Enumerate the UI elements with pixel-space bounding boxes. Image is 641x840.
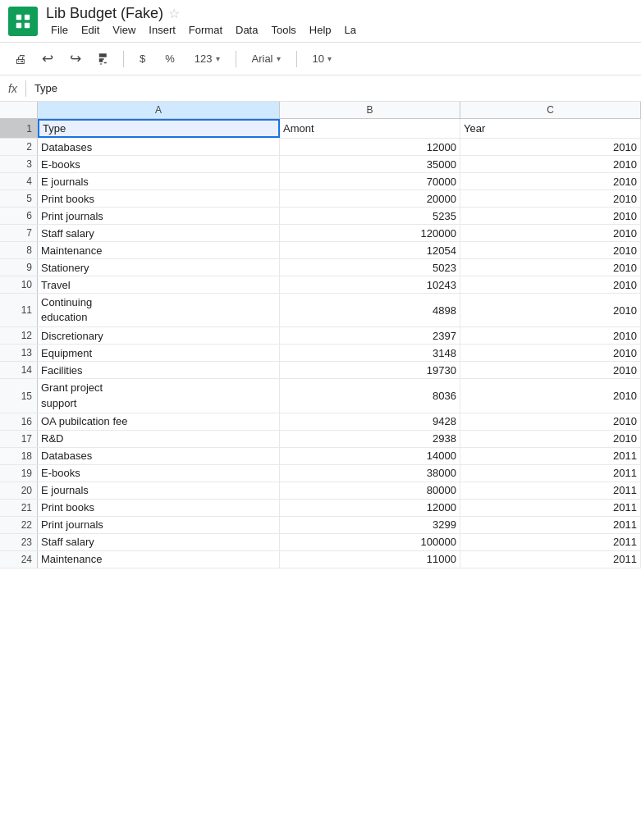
col-header-a[interactable]: A [38,102,280,118]
table-row[interactable]: 21Print books120002011 [0,500,641,517]
font-dropdown[interactable]: Arial ▾ [245,50,288,67]
cell-amount[interactable]: 70000 [280,173,460,189]
cell-type[interactable]: Discretionary [38,327,280,344]
cell-year[interactable]: 2010 [460,327,641,344]
table-row[interactable]: 24Maintenance110002011 [0,551,641,568]
cell-amount[interactable]: Amont [280,119,460,138]
cell-amount[interactable]: 2397 [280,327,460,344]
table-row[interactable]: 9Stationery50232010 [0,259,641,276]
cell-year[interactable]: 2010 [460,413,641,430]
table-row[interactable]: 16OA pubilcation fee94282010 [0,413,641,431]
table-row[interactable]: 18Databases140002011 [0,448,641,465]
table-row[interactable]: 13Equipment31482010 [0,345,641,362]
menu-la[interactable]: La [340,22,361,38]
cell-year[interactable]: 2010 [460,242,641,258]
cell-amount[interactable]: 19730 [280,362,460,378]
cell-year[interactable]: 2011 [460,551,641,568]
table-row[interactable]: 14Facilities197302010 [0,362,641,379]
cell-year[interactable]: 2010 [460,294,641,326]
cell-type[interactable]: Staff salary [38,225,280,241]
cell-type[interactable]: Maintenance [38,551,280,568]
cell-type[interactable]: Grant projectsupport [38,379,280,412]
cell-type[interactable]: R&D [38,431,280,447]
menu-file[interactable]: File [46,22,73,38]
cell-year[interactable]: 2010 [460,225,641,241]
undo-button[interactable]: ↩ [36,48,59,71]
cell-type[interactable]: Equipment [38,345,280,361]
cell-year[interactable]: 2011 [460,517,641,533]
cell-type[interactable]: E journals [38,173,280,189]
table-row[interactable]: 4E journals700002010 [0,173,641,190]
cell-type[interactable]: Print journals [38,208,280,224]
cell-amount[interactable]: 10243 [280,276,460,293]
table-row[interactable]: 22Print journals32992011 [0,517,641,534]
table-row[interactable]: 1TypeAmontYear [0,119,641,139]
table-row[interactable]: 5Print books200002010 [0,190,641,208]
menu-help[interactable]: Help [304,22,337,38]
font-size-dropdown[interactable]: 10 ▾ [305,50,339,67]
cell-amount[interactable]: 11000 [280,551,460,568]
number-format-dropdown[interactable]: 123 ▾ [187,50,227,67]
cell-type[interactable]: Staff salary [38,534,280,550]
cell-amount[interactable]: 4898 [280,294,460,326]
cell-amount[interactable]: 5235 [280,208,460,224]
menu-insert[interactable]: Insert [144,22,181,38]
cell-type[interactable]: E-books [38,156,280,172]
menu-tools[interactable]: Tools [266,22,300,38]
table-row[interactable]: 20E journals800002011 [0,482,641,500]
table-row[interactable]: 7Staff salary1200002010 [0,225,641,242]
cell-type[interactable]: Print books [38,190,280,207]
cell-amount[interactable]: 80000 [280,482,460,499]
cell-year[interactable]: 2010 [460,173,641,189]
cell-year[interactable]: 2010 [460,379,641,412]
cell-amount[interactable]: 3148 [280,345,460,361]
cell-type[interactable]: E-books [38,465,280,482]
cell-year[interactable]: 2011 [460,482,641,499]
menu-view[interactable]: View [108,22,140,38]
table-row[interactable]: 3E-books350002010 [0,156,641,173]
cell-amount[interactable]: 100000 [280,534,460,550]
cell-year[interactable]: 2011 [460,465,641,482]
cell-year[interactable]: 2010 [460,362,641,378]
cell-amount[interactable]: 2938 [280,431,460,447]
cell-amount[interactable]: 3299 [280,517,460,533]
cell-year[interactable]: 2010 [460,208,641,224]
cell-amount[interactable]: 5023 [280,259,460,276]
table-row[interactable]: 23Staff salary1000002011 [0,534,641,551]
cell-amount[interactable]: 120000 [280,225,460,241]
cell-type[interactable]: Type [38,119,280,138]
cell-type[interactable]: E journals [38,482,280,499]
col-header-b[interactable]: B [280,102,460,118]
cell-year[interactable]: 2010 [460,276,641,293]
cell-year[interactable]: 2010 [460,139,641,155]
table-row[interactable]: 17R&D29382010 [0,431,641,448]
cell-year[interactable]: 2010 [460,156,641,172]
cell-year[interactable]: 2010 [460,431,641,447]
cell-year[interactable]: 2010 [460,345,641,361]
table-row[interactable]: 8Maintenance120542010 [0,242,641,259]
cell-type[interactable]: OA pubilcation fee [38,413,280,430]
table-row[interactable]: 10Travel102432010 [0,276,641,294]
table-row[interactable]: 2Databases120002010 [0,139,641,156]
percent-dropdown[interactable]: % [158,50,182,67]
cell-amount[interactable]: 20000 [280,190,460,207]
cell-year[interactable]: 2011 [460,534,641,550]
redo-button[interactable]: ↪ [64,48,87,71]
table-row[interactable]: 11Continuingeducation48982010 [0,294,641,327]
menu-format[interactable]: Format [184,22,227,38]
cell-amount[interactable]: 9428 [280,413,460,430]
cell-type[interactable]: Databases [38,139,280,155]
menu-edit[interactable]: Edit [76,22,104,38]
currency-dropdown[interactable]: $ [132,50,153,67]
cell-type[interactable]: Databases [38,448,280,464]
cell-amount[interactable]: 12000 [280,139,460,155]
paint-format-button[interactable] [92,48,115,71]
col-header-c[interactable]: C [460,102,641,118]
cell-type[interactable]: Maintenance [38,242,280,258]
cell-year[interactable]: 2010 [460,190,641,207]
cell-type[interactable]: Travel [38,276,280,293]
table-row[interactable]: 6Print journals52352010 [0,208,641,225]
cell-year[interactable]: 2010 [460,259,641,276]
table-row[interactable]: 15Grant projectsupport80362010 [0,379,641,413]
table-row[interactable]: 12Discretionary23972010 [0,327,641,345]
